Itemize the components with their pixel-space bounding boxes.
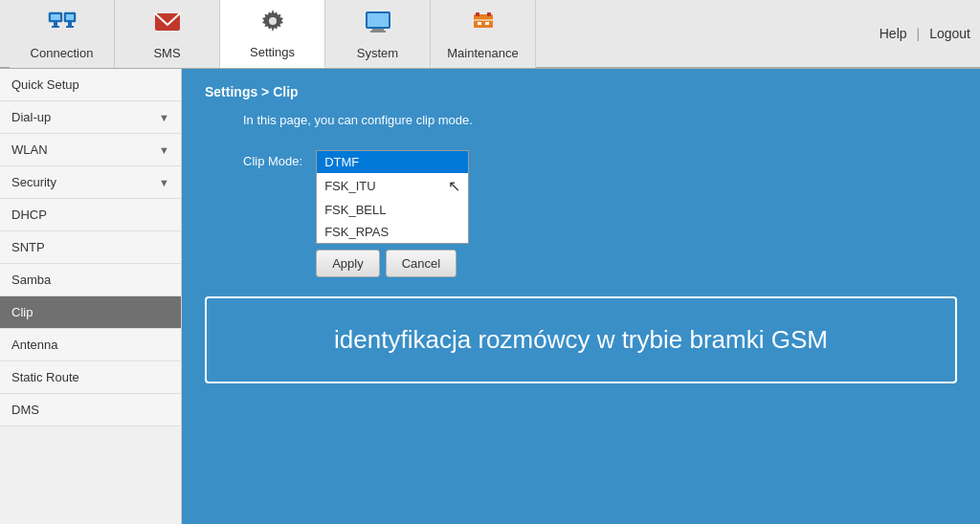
svg-rect-1 [51, 14, 60, 20]
svg-rect-16 [476, 12, 479, 16]
nav-item-system-label: System [357, 46, 398, 60]
logout-link[interactable]: Logout [929, 26, 970, 41]
sidebar-item-security[interactable]: Security ▼ [0, 166, 181, 199]
cancel-button[interactable]: Cancel [386, 250, 457, 277]
buttons-row: Apply Cancel [316, 250, 469, 277]
sidebar-item-clip-label: Clip [11, 305, 33, 319]
svg-rect-7 [66, 26, 74, 28]
content-area: Settings > Clip In this page, you can co… [182, 69, 980, 524]
sidebar-item-wlan[interactable]: WLAN ▼ [0, 134, 181, 166]
chevron-down-icon: ▼ [159, 177, 169, 188]
top-nav: Connection SMS Settings [0, 0, 980, 69]
help-link[interactable]: Help [880, 26, 907, 41]
dropdown-option-fsk-rpas[interactable]: FSK_RPAS [317, 221, 468, 243]
sidebar-item-clip[interactable]: Clip [0, 296, 181, 329]
clip-mode-label: Clip Mode: [243, 150, 302, 168]
sidebar-item-antenna-label: Antenna [11, 338, 57, 352]
sidebar-item-security-label: Security [11, 175, 56, 189]
sidebar-item-sntp-label: SNTP [11, 240, 45, 254]
sidebar-item-dhcp[interactable]: DHCP [0, 199, 181, 231]
nav-item-maintenance[interactable]: Maintenance [431, 0, 536, 68]
sidebar-item-quick-setup-label: Quick Setup [11, 77, 79, 92]
main-layout: Quick Setup Dial-up ▼ WLAN ▼ Security ▼ … [0, 69, 980, 524]
sidebar-item-sntp[interactable]: SNTP [0, 231, 181, 264]
nav-item-system[interactable]: System [325, 0, 431, 68]
settings-icon [257, 6, 288, 43]
chevron-down-icon: ▼ [159, 144, 169, 156]
svg-rect-3 [52, 26, 59, 28]
sms-icon [152, 7, 183, 44]
system-icon [363, 7, 393, 44]
info-box: identyfikacja rozmówcy w trybie bramki G… [205, 296, 957, 383]
sidebar-item-static-route-label: Static Route [11, 370, 79, 384]
svg-rect-20 [485, 22, 489, 25]
svg-rect-12 [368, 13, 389, 27]
sidebar-item-dial-up-label: Dial-up [11, 110, 51, 124]
svg-rect-15 [474, 14, 493, 28]
info-box-text: identyfikacja rozmówcy w trybie bramki G… [334, 325, 828, 354]
svg-rect-6 [68, 22, 72, 26]
apply-button[interactable]: Apply [316, 250, 380, 277]
breadcrumb: Settings > Clip [205, 84, 957, 99]
nav-separator: | [917, 26, 921, 41]
sidebar-item-static-route[interactable]: Static Route [0, 361, 181, 394]
sidebar-item-antenna[interactable]: Antenna [0, 329, 181, 361]
svg-rect-2 [54, 22, 57, 26]
top-nav-right: Help | Logout [880, 26, 970, 41]
clip-mode-dropdown[interactable]: DTMF FSK_ITU ↖ FSK_BELL FSK_RPAS [316, 150, 469, 244]
nav-item-connection[interactable]: Connection [10, 0, 115, 68]
sidebar-item-dial-up[interactable]: Dial-up ▼ [0, 101, 181, 134]
svg-rect-13 [372, 29, 384, 31]
svg-point-10 [269, 17, 277, 25]
nav-item-maintenance-label: Maintenance [447, 46, 518, 60]
sidebar-item-samba-label: Samba [11, 273, 51, 287]
nav-item-settings[interactable]: Settings [220, 0, 325, 68]
dropdown-list[interactable]: DTMF FSK_ITU ↖ FSK_BELL FSK_RPAS [316, 150, 469, 244]
nav-item-connection-label: Connection [31, 46, 94, 60]
nav-items-left: Connection SMS Settings [10, 0, 880, 68]
sidebar: Quick Setup Dial-up ▼ WLAN ▼ Security ▼ … [0, 69, 182, 524]
dropdown-option-fsk-bell[interactable]: FSK_BELL [317, 199, 468, 221]
maintenance-icon [468, 7, 499, 44]
sidebar-item-dms[interactable]: DMS [0, 394, 181, 426]
nav-item-sms-label: SMS [153, 46, 180, 60]
sidebar-item-wlan-label: WLAN [11, 142, 48, 157]
dropdown-option-fsk-itu[interactable]: FSK_ITU ↖ [317, 173, 468, 199]
sidebar-item-dhcp-label: DHCP [11, 207, 47, 222]
svg-rect-19 [478, 22, 481, 25]
clip-mode-row: Clip Mode: DTMF FSK_ITU ↖ FSK_BELL FSK_R… [205, 150, 957, 277]
nav-item-settings-label: Settings [250, 45, 295, 59]
connection-icon [47, 7, 78, 44]
svg-rect-17 [487, 12, 491, 16]
nav-item-sms[interactable]: SMS [115, 0, 220, 68]
sidebar-item-quick-setup[interactable]: Quick Setup [0, 69, 181, 101]
svg-rect-14 [370, 31, 386, 33]
sidebar-item-samba[interactable]: Samba [0, 264, 181, 296]
sidebar-item-dms-label: DMS [11, 403, 39, 417]
cursor-icon: ↖ [448, 177, 460, 195]
page-description: In this page, you can configure clip mod… [205, 113, 957, 127]
dropdown-option-dtmf[interactable]: DTMF [317, 151, 468, 173]
svg-rect-5 [66, 14, 74, 20]
clip-mode-controls: DTMF FSK_ITU ↖ FSK_BELL FSK_RPAS Apply C… [316, 150, 469, 277]
chevron-down-icon: ▼ [159, 112, 169, 123]
